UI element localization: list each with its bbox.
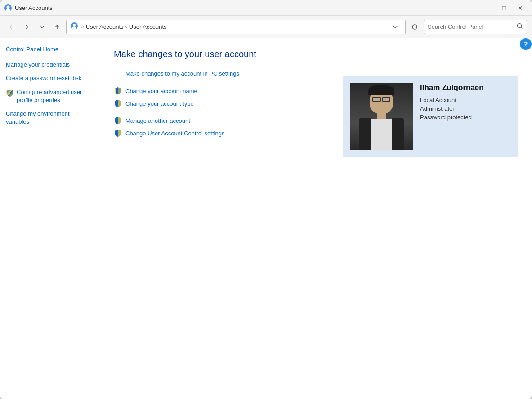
breadcrumb-parent: User Accounts <box>86 23 124 30</box>
shield-icon-manage <box>114 117 122 125</box>
sidebar-item-manage-credentials[interactable]: Manage your credentials <box>6 61 94 69</box>
sidebar: Control Panel Home Manage your credentia… <box>0 38 99 399</box>
title-bar-controls: — □ ✕ <box>480 2 528 14</box>
nav-bar: « User Accounts › User Accounts <box>0 16 532 38</box>
maximize-button[interactable]: □ <box>496 2 512 14</box>
minimize-button[interactable]: — <box>480 2 496 14</box>
help-button[interactable]: ? <box>520 38 532 50</box>
recent-locations-button[interactable] <box>36 21 48 33</box>
sidebar-item-configure-advanced[interactable]: Configure advanced user profile properti… <box>6 88 94 104</box>
user-role-3: Password protected <box>420 114 484 121</box>
user-photo <box>350 83 413 150</box>
back-button[interactable] <box>5 21 18 33</box>
address-text: « User Accounts › User Accounts <box>81 23 386 30</box>
main-window: User Accounts — □ ✕ <box>0 0 532 399</box>
address-bar[interactable]: « User Accounts › User Accounts <box>66 20 406 34</box>
window-title: User Accounts <box>15 4 53 11</box>
sidebar-item-create-password-disk[interactable]: Create a password reset disk <box>6 74 94 82</box>
svg-point-4 <box>73 24 76 27</box>
close-button[interactable]: ✕ <box>513 2 528 14</box>
user-role-2: Administrator <box>420 105 484 112</box>
search-input[interactable] <box>428 23 515 30</box>
title-bar: User Accounts — □ ✕ <box>0 0 532 16</box>
page-heading: Make changes to your user account <box>114 49 517 59</box>
shield-icon-uac <box>114 129 122 137</box>
user-name: Ilham Zulqornaen <box>420 83 484 92</box>
user-details: Ilham Zulqornaen Local Account Administr… <box>420 83 484 121</box>
window-icon <box>4 4 12 12</box>
user-card: Ilham Zulqornaen Local Account Administr… <box>343 76 518 157</box>
breadcrumb-separator-left: « <box>81 24 84 30</box>
main-area: Control Panel Home Manage your credentia… <box>0 38 532 399</box>
svg-point-1 <box>7 5 10 9</box>
title-bar-left: User Accounts <box>4 4 53 12</box>
address-dropdown-button[interactable] <box>389 21 402 33</box>
content-area: Make changes to your user account Make c… <box>99 38 532 399</box>
forward-button[interactable] <box>20 21 33 33</box>
up-button[interactable] <box>51 21 63 33</box>
svg-point-6 <box>518 24 522 28</box>
breadcrumb-arrow: › <box>125 23 127 30</box>
search-bar[interactable] <box>424 20 527 34</box>
shield-icon <box>6 89 14 97</box>
refresh-button[interactable] <box>408 21 421 33</box>
user-role-1: Local Account <box>420 97 484 103</box>
sidebar-item-change-env[interactable]: Change my environment variables <box>6 110 94 126</box>
sidebar-item-control-panel-home[interactable]: Control Panel Home <box>6 45 94 54</box>
search-icon[interactable] <box>517 23 523 31</box>
shield-icon-change-name <box>114 87 122 95</box>
breadcrumb-current: User Accounts <box>129 23 167 30</box>
address-bar-icon <box>70 22 78 31</box>
shield-icon-change-type <box>114 99 122 108</box>
svg-point-5 <box>72 27 76 30</box>
